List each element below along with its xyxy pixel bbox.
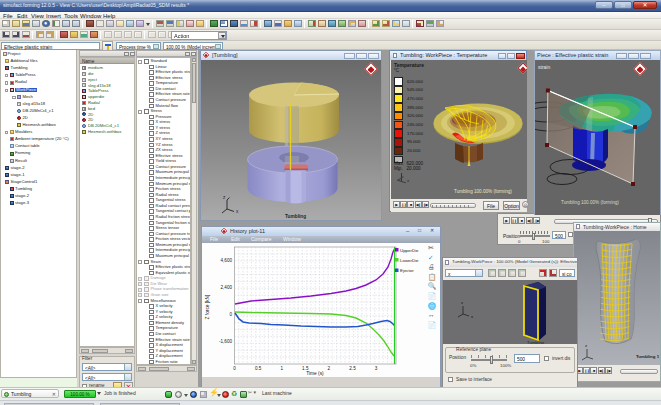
svg-text:2: 2 (328, 366, 331, 371)
svg-text:Tumbling: Tumbling (285, 214, 306, 219)
svg-text:Time (s): Time (s) (306, 371, 324, 376)
svg-text:1: 1 (280, 366, 283, 371)
svg-text:z: z (585, 343, 587, 348)
svg-text:0.5: 0.5 (255, 366, 262, 371)
svg-text:3: 3 (375, 366, 378, 371)
svg-text:LowerDie: LowerDie (400, 258, 419, 263)
svg-text:z: z (461, 300, 463, 305)
svg-text:4,600: 4,600 (221, 258, 233, 263)
svg-text:0: 0 (233, 366, 236, 371)
svg-text:Tumbling: Tumbling (527, 340, 545, 344)
svg-text:2.5: 2.5 (349, 366, 356, 371)
svg-text:2,400: 2,400 (221, 285, 233, 290)
svg-text:0: 0 (229, 312, 232, 317)
svg-text:Ejector: Ejector (400, 268, 414, 273)
svg-text:-1,600: -1,600 (219, 339, 232, 344)
svg-text:Tumbling 100.00% (forming): Tumbling 100.00% (forming) (561, 200, 619, 205)
svg-text:Tumbling 100.00% (forming): Tumbling 100.00% (forming) (454, 189, 512, 194)
svg-text:UpperDie: UpperDie (400, 248, 419, 253)
svg-text:strain: strain (538, 64, 550, 70)
svg-text:Z force [kN]: Z force [kN] (205, 295, 210, 320)
svg-text:Tumbling 1: Tumbling 1 (636, 354, 660, 359)
